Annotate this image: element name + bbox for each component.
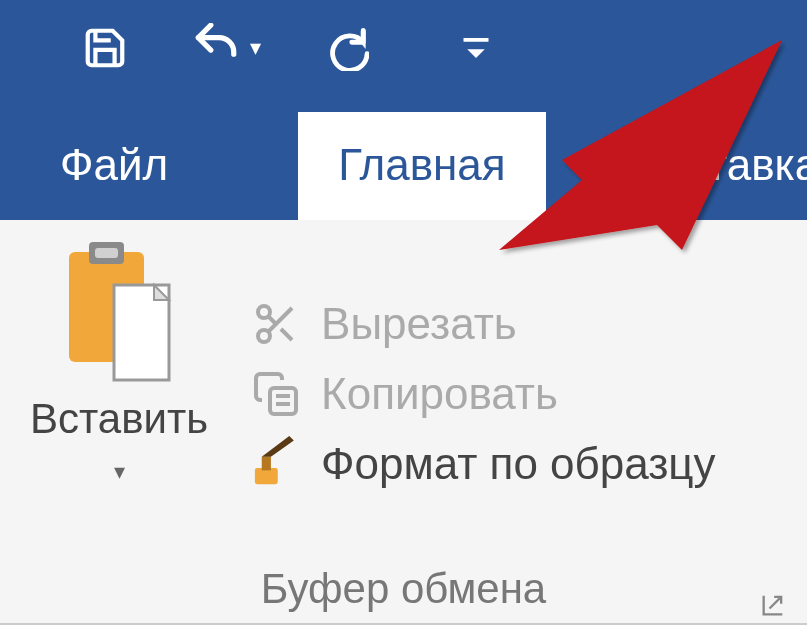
clipboard-actions: Вырезать Копировать bbox=[238, 220, 716, 557]
tab-insert[interactable]: Вставка bbox=[616, 112, 807, 220]
svg-line-19 bbox=[770, 597, 782, 609]
paste-dropdown-icon[interactable]: ▾ bbox=[114, 459, 125, 485]
ribbon-tabs: Файл Главная Вставка bbox=[0, 95, 807, 220]
quick-access-toolbar: ▾ bbox=[0, 0, 807, 95]
customize-icon bbox=[461, 33, 491, 63]
save-button[interactable] bbox=[80, 23, 130, 73]
svg-point-8 bbox=[258, 306, 270, 318]
copy-label: Копировать bbox=[321, 369, 558, 419]
cut-label: Вырезать bbox=[321, 299, 517, 349]
svg-marker-1 bbox=[467, 49, 485, 58]
svg-rect-16 bbox=[255, 468, 278, 484]
copy-icon bbox=[248, 366, 303, 421]
paintbrush-icon bbox=[248, 436, 303, 491]
svg-rect-17 bbox=[262, 457, 271, 471]
svg-line-11 bbox=[280, 328, 291, 339]
paste-icon bbox=[59, 240, 179, 385]
format-painter-label: Формат по образцу bbox=[321, 439, 716, 489]
paste-label: Вставить bbox=[30, 395, 208, 443]
paste-button[interactable]: Вставить ▾ bbox=[0, 220, 238, 557]
format-painter-button[interactable]: Формат по образцу bbox=[248, 436, 716, 491]
tab-file[interactable]: Файл bbox=[0, 112, 228, 220]
ribbon-home: Вставить ▾ Вырезать bbox=[0, 220, 807, 625]
tab-home[interactable]: Главная bbox=[298, 112, 545, 220]
save-icon bbox=[82, 25, 128, 71]
svg-rect-13 bbox=[270, 388, 296, 414]
clipboard-dialog-launcher[interactable] bbox=[759, 581, 789, 611]
svg-rect-5 bbox=[95, 248, 118, 258]
svg-line-12 bbox=[268, 316, 276, 324]
copy-button[interactable]: Копировать bbox=[248, 366, 716, 421]
dialog-launcher-icon bbox=[759, 591, 787, 619]
svg-marker-18 bbox=[262, 436, 294, 457]
scissors-icon bbox=[248, 296, 303, 351]
redo-button[interactable] bbox=[321, 23, 371, 73]
undo-icon bbox=[190, 23, 240, 73]
svg-rect-0 bbox=[464, 38, 489, 42]
svg-point-9 bbox=[258, 330, 270, 342]
cut-button[interactable]: Вырезать bbox=[248, 296, 716, 351]
undo-dropdown-icon[interactable]: ▾ bbox=[250, 35, 261, 61]
undo-button[interactable] bbox=[190, 23, 240, 73]
redo-icon bbox=[323, 25, 369, 71]
customize-qat-button[interactable] bbox=[451, 23, 501, 73]
clipboard-group-label: Буфер обмена bbox=[261, 565, 546, 613]
